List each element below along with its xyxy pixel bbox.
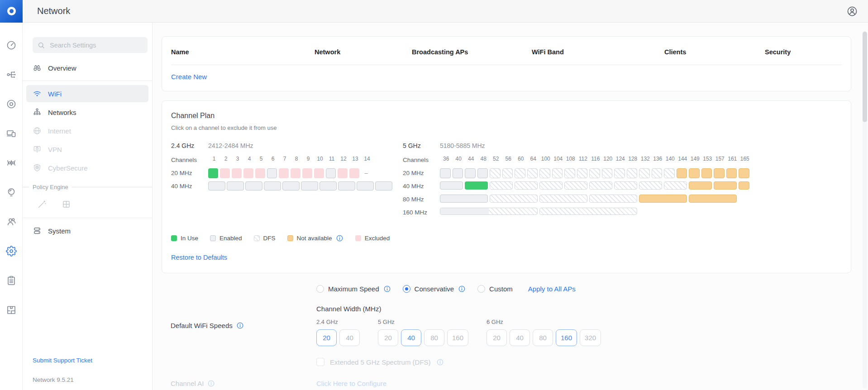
channel-box-na[interactable] <box>714 168 725 178</box>
channel-box-enabled[interactable] <box>453 168 463 178</box>
channel-box-dfs[interactable] <box>639 168 650 178</box>
search-box[interactable] <box>33 37 148 53</box>
speed-radio-conservative[interactable]: Conservative <box>403 285 466 293</box>
channel-box-dfs[interactable] <box>614 181 637 190</box>
width-button-20[interactable]: 20 <box>316 329 337 346</box>
sidebar-item-networks[interactable]: Networks <box>26 104 148 121</box>
gear-icon[interactable] <box>6 246 17 257</box>
channel-box-na[interactable] <box>677 168 687 178</box>
channel-box-enabled[interactable] <box>375 181 392 190</box>
hierarchy-icon[interactable] <box>6 69 17 80</box>
bulb-icon[interactable] <box>6 187 17 198</box>
channel-box-excluded[interactable] <box>279 168 289 178</box>
width-button-20[interactable]: 20 <box>378 329 398 346</box>
channel-box-excluded[interactable] <box>220 168 230 178</box>
radio-button[interactable] <box>403 285 410 293</box>
clipboard-icon[interactable] <box>6 275 17 286</box>
ring-icon[interactable] <box>6 99 17 109</box>
channel-box-na[interactable] <box>639 195 687 203</box>
sidebar-item-cybersecure[interactable]: CyberSecure <box>26 159 148 176</box>
channel-ai-configure-link[interactable]: Click Here to Configure <box>316 380 386 387</box>
floorplan-icon[interactable] <box>6 304 17 315</box>
channel-box-dfs[interactable] <box>652 168 663 178</box>
channel-box-enabled[interactable] <box>282 181 300 190</box>
channel-box-enabled[interactable] <box>338 181 355 190</box>
channel-box-enabled[interactable] <box>264 181 281 190</box>
unifi-logo[interactable] <box>0 0 23 23</box>
channel-box-excluded[interactable] <box>338 168 348 178</box>
sidebar-item-internet[interactable]: Internet <box>26 122 148 139</box>
channel-box-na[interactable] <box>739 181 749 190</box>
width-button-160[interactable]: 160 <box>447 329 468 346</box>
info-icon[interactable] <box>458 285 466 293</box>
channel-box-dfs[interactable] <box>602 168 613 178</box>
channel-box-enabled[interactable] <box>440 181 463 190</box>
channel-box-dfs[interactable] <box>515 181 538 190</box>
channel-box-dfs[interactable] <box>539 168 550 178</box>
info-icon[interactable] <box>383 285 391 293</box>
wand-icon[interactable] <box>37 200 47 209</box>
channel-box-dfs[interactable] <box>502 168 513 178</box>
channel-box-excluded[interactable] <box>291 168 300 178</box>
channel-box-dfs[interactable] <box>664 181 687 190</box>
channel-box-dfs[interactable] <box>539 181 563 190</box>
width-button-160[interactable]: 160 <box>556 329 577 346</box>
channel-box-dfs[interactable] <box>664 168 675 178</box>
speed-radio-custom[interactable]: Custom <box>477 285 513 293</box>
channel-box-enabled[interactable] <box>208 181 225 190</box>
channel-box-dfs[interactable] <box>564 181 587 190</box>
channel-box-enabled[interactable] <box>465 168 476 178</box>
width-button-40[interactable]: 40 <box>339 329 360 346</box>
channel-box-dfs[interactable] <box>589 195 637 203</box>
channel-box-in-use[interactable] <box>208 168 218 178</box>
restore-defaults-link[interactable]: Restore to Defaults <box>171 254 842 261</box>
sidebar-item-vpn[interactable]: VPN <box>26 141 148 158</box>
channel-box-dfs[interactable] <box>539 195 587 203</box>
channel-box-na[interactable] <box>714 181 737 190</box>
devices-icon[interactable] <box>6 128 17 139</box>
channel-box-excluded[interactable] <box>302 168 312 178</box>
grid-icon[interactable] <box>62 200 71 209</box>
channel-box-excluded[interactable] <box>314 168 324 178</box>
sidebar-item-wifi[interactable]: WiFi <box>26 85 148 102</box>
channel-box-dfs[interactable] <box>490 181 513 190</box>
channel-box-dfs[interactable] <box>577 168 588 178</box>
scrollbar-thumb[interactable] <box>863 32 867 122</box>
account-icon[interactable] <box>846 5 858 17</box>
extended-dfs-checkbox[interactable] <box>316 358 324 366</box>
channel-box-dfs[interactable] <box>627 168 638 178</box>
width-button-20[interactable]: 20 <box>486 329 507 346</box>
channel-box-enabled[interactable] <box>477 168 488 178</box>
radio-button[interactable] <box>316 285 324 293</box>
channel-box-na[interactable] <box>701 168 712 178</box>
channel-box-dfs[interactable] <box>490 168 501 178</box>
speedometer-icon[interactable] <box>6 40 17 51</box>
channel-box-na[interactable] <box>689 168 700 178</box>
speed-radio-maximum-speed[interactable]: Maximum Speed <box>316 285 391 293</box>
radio-button[interactable] <box>477 285 485 293</box>
channel-box-na[interactable] <box>726 168 737 178</box>
info-icon[interactable] <box>207 380 215 387</box>
channel-box-dfs[interactable] <box>527 168 538 178</box>
width-button-40[interactable]: 40 <box>510 329 530 346</box>
channel-box-na[interactable] <box>689 181 712 190</box>
channel-box-dfs[interactable] <box>614 168 625 178</box>
width-button-80[interactable]: 80 <box>424 329 444 346</box>
info-icon[interactable] <box>236 322 244 329</box>
channel-box-dfs[interactable] <box>539 208 637 215</box>
channel-box-enabled[interactable] <box>227 181 244 190</box>
channel-box-dfs[interactable] <box>564 168 575 178</box>
channel-box-excluded[interactable] <box>255 168 265 178</box>
channel-box-enabled[interactable] <box>440 195 488 203</box>
waves-icon[interactable] <box>6 157 17 168</box>
channel-box-excluded[interactable] <box>232 168 242 178</box>
search-input[interactable] <box>49 41 143 49</box>
channel-box-enabled[interactable] <box>440 168 451 178</box>
channel-box-excluded[interactable] <box>349 168 359 178</box>
width-button-40[interactable]: 40 <box>401 329 421 346</box>
channel-box-enabled[interactable] <box>267 168 277 178</box>
channel-box-enabled[interactable] <box>245 181 262 190</box>
channel-box-dfs[interactable] <box>490 195 538 203</box>
channel-box-enabled[interactable] <box>357 181 374 190</box>
channel-box-enabled[interactable] <box>326 168 336 178</box>
